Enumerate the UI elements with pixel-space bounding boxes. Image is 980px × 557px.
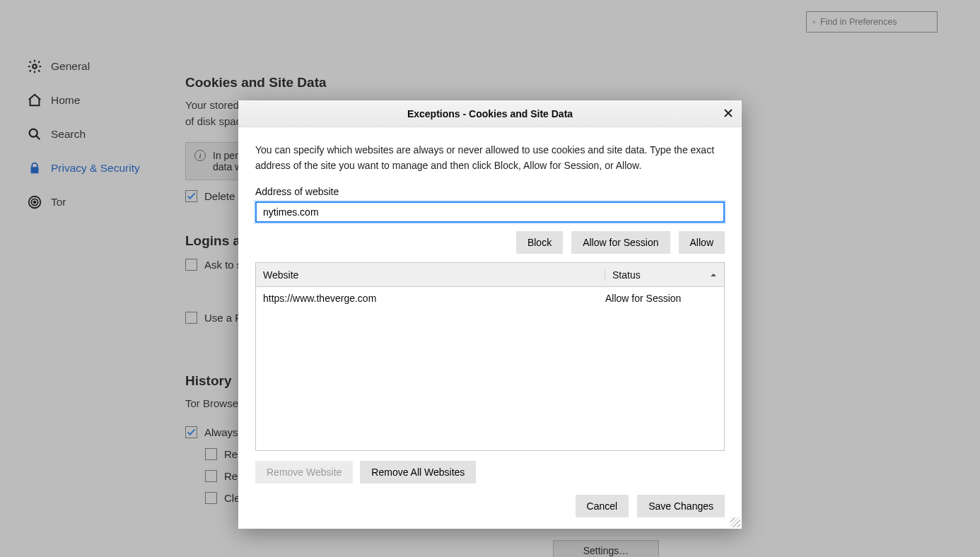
close-icon (723, 108, 733, 118)
exceptions-modal: Exceptions - Cookies and Site Data You c… (238, 100, 742, 529)
table-header-website[interactable]: Website (256, 269, 605, 281)
allow-for-session-button[interactable]: Allow for Session (571, 231, 670, 254)
sort-asc-icon (710, 269, 717, 281)
cell-status: Allow for Session (605, 293, 717, 304)
table-header-status[interactable]: Status (605, 269, 724, 281)
cell-website: https://www.theverge.com (263, 293, 605, 304)
resize-grip[interactable] (730, 517, 740, 527)
exceptions-table: Website Status https://www.theverge.com … (255, 262, 725, 451)
allow-button[interactable]: Allow (679, 231, 725, 254)
modal-title: Exceptions - Cookies and Site Data (407, 108, 573, 119)
save-changes-button[interactable]: Save Changes (637, 495, 725, 517)
address-label: Address of website (255, 186, 725, 197)
remove-all-websites-button[interactable]: Remove All Websites (360, 461, 476, 483)
remove-website-button[interactable]: Remove Website (255, 461, 353, 483)
address-input[interactable] (255, 201, 725, 223)
cancel-button[interactable]: Cancel (576, 495, 629, 517)
modal-close-button[interactable] (721, 105, 736, 121)
block-button[interactable]: Block (516, 231, 563, 254)
table-row[interactable]: https://www.theverge.com Allow for Sessi… (256, 287, 724, 310)
modal-description: You can specify which websites are alway… (255, 143, 725, 173)
